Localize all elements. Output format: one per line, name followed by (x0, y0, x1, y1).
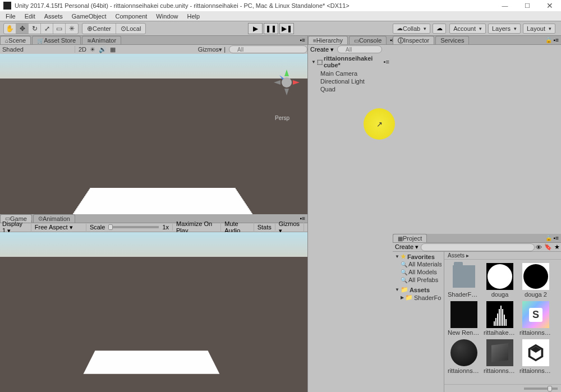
inspector-tab-menu-icon[interactable]: 🔒 ▪≡ (543, 37, 561, 43)
pivot-local-button[interactable]: ⊙ Local (116, 24, 145, 34)
rect-tool-icon[interactable]: ▭ (53, 24, 66, 34)
svg-marker-4 (284, 89, 289, 95)
fx-toggle-icon[interactable]: ▦ (110, 46, 116, 53)
asset-new-render[interactable]: New Render... (448, 301, 480, 336)
hierarchy-item-main-camera[interactable]: Main Camera (320, 70, 389, 77)
audio-toggle-icon[interactable]: 🔊 (99, 46, 107, 53)
layout-dropdown[interactable]: Layout (523, 24, 555, 34)
lighting-toggle-icon[interactable]: ☀ (90, 46, 95, 53)
svg-marker-1 (284, 70, 289, 76)
layers-dropdown[interactable]: Layers (488, 24, 521, 34)
scene-view[interactable]: Persp (0, 54, 307, 214)
scene-tabs: ⌂ Scene 🛒 Asset Store ≋ Animator ▪≡ (0, 36, 307, 45)
tab-asset-store[interactable]: 🛒 Asset Store (32, 36, 81, 44)
menu-gameobject[interactable]: GameObject (67, 13, 111, 20)
asset-douga2[interactable]: douga 2 (519, 263, 552, 298)
asset-unity-scene[interactable]: rittaionnsei... (519, 339, 552, 374)
tab-scene[interactable]: ⌂ Scene (0, 36, 31, 44)
hierarchy-item-directional-light[interactable]: Directional Light (320, 77, 389, 85)
asset-shaderforge-folder[interactable]: ShaderForge (448, 263, 480, 298)
favorite-all-models[interactable]: 🔍All Models (401, 268, 442, 276)
favorites-header[interactable]: ▼★Favorites (395, 253, 442, 260)
titlebar-text: Unity 2017.4.15f1 Personal (64bit) - rit… (15, 2, 494, 9)
scene-row-menu-icon[interactable]: ▪≡ (384, 58, 389, 65)
playback-controls: ▶ ❚❚ ▶❚ (247, 23, 295, 34)
tab-project[interactable]: ▦ Project (393, 234, 427, 242)
stats-toggle[interactable]: Stats (257, 224, 275, 230)
tree-shaderforge[interactable]: ▶📁ShaderForge (401, 293, 442, 302)
hierarchy-search-input[interactable] (337, 45, 382, 53)
hierarchy-item-quad[interactable]: Quad (320, 85, 389, 93)
asset-douga[interactable]: douga (484, 263, 516, 298)
project-tab-menu-icon[interactable]: 🔒 ▪≡ (543, 235, 561, 241)
minimize-button[interactable]: — (494, 0, 516, 11)
orientation-gizmo-icon[interactable]: Persp (273, 68, 301, 96)
scale-slider[interactable]: Scale 1x (90, 224, 173, 230)
project-body: ▼★Favorites 🔍All Materials 🔍All Models 🔍… (393, 252, 561, 392)
project-breadcrumb[interactable]: Assets ▸ (444, 252, 561, 260)
tab-hierarchy[interactable]: ≡ Hierarchy (308, 36, 348, 44)
tab-inspector[interactable]: ⓘ Inspector (393, 36, 434, 44)
asset-histogram[interactable]: rittaihakei ... (484, 301, 516, 336)
search-save-icon[interactable]: ★ (553, 243, 561, 251)
gizmos-dropdown[interactable]: Gizmos ▾ | (198, 46, 226, 53)
collab-dropdown[interactable]: ☁ Collab (393, 24, 430, 34)
asset-cube-prefab[interactable]: rittaionnsei... (484, 339, 516, 374)
tab-console[interactable]: ▭ Console (349, 36, 387, 44)
game-view[interactable] (0, 232, 307, 393)
rotate-tool-icon[interactable]: ↻ (29, 24, 41, 34)
search-filter-icon[interactable]: 👁 (535, 244, 543, 251)
close-button[interactable]: ✕ (539, 0, 561, 11)
pause-button[interactable]: ❚❚ (264, 23, 278, 34)
asset-grid: ShaderForge douga douga 2 New Render... … (444, 260, 561, 384)
favorite-all-materials[interactable]: 🔍All Materials (401, 260, 442, 268)
asset-sphere-mat[interactable]: rittaionnsei... (448, 339, 480, 374)
hierarchy-sub-toolbar: Create ▾ (308, 45, 393, 54)
step-button[interactable]: ▶❚ (279, 23, 294, 34)
play-button[interactable]: ▶ (248, 23, 263, 34)
account-dropdown[interactable]: Account (449, 24, 486, 34)
tab-animation[interactable]: ⊙ Animation (33, 214, 75, 223)
project-tabs: ▦ Project 🔒 ▪≡ (393, 234, 561, 243)
hierarchy-create-dropdown[interactable]: Create ▾ (310, 46, 334, 53)
cloud-icon[interactable]: ☁ (433, 24, 446, 34)
scene-tab-menu-icon[interactable]: ▪≡ (298, 37, 307, 43)
scene-toolbar: Shaded 2D ☀ 🔊 ▦ Gizmos ▾ | (0, 45, 307, 54)
pivot-center-button[interactable]: ⊕ Center (82, 24, 116, 34)
tab-animator[interactable]: ≋ Animator (82, 36, 121, 44)
project-create-dropdown[interactable]: Create ▾ (395, 243, 419, 251)
project-sub-toolbar: Create ▾ 👁 🔖 ★ (393, 243, 561, 252)
menu-assets[interactable]: Assets (40, 13, 67, 20)
scale-tool-icon[interactable]: ⤢ (41, 24, 53, 34)
project-footer-slider[interactable] (444, 384, 561, 392)
menu-file[interactable]: File (1, 13, 20, 20)
scene-search-input[interactable] (229, 45, 307, 53)
titlebar: Unity 2017.4.15f1 Personal (64bit) - rit… (0, 0, 561, 11)
scene-quad-object[interactable] (70, 188, 255, 214)
search-type-icon[interactable]: 🔖 (543, 243, 553, 251)
toggle-2d-button[interactable]: 2D (79, 46, 86, 53)
svg-marker-5 (279, 75, 284, 80)
unity-logo-icon (3, 2, 11, 10)
tab-services[interactable]: Services (435, 36, 469, 44)
hierarchy-scene-row[interactable]: ▼⬚rittaionnseihakei cube*▪≡ (311, 55, 389, 68)
menu-help[interactable]: Help (182, 13, 204, 20)
favorite-all-prefabs[interactable]: 🔍All Prefabs (401, 276, 442, 284)
perspective-label: Persp (275, 115, 289, 121)
asset-shader[interactable]: Srittaionnsei... (519, 301, 552, 336)
maximize-button[interactable]: ☐ (516, 0, 539, 11)
hand-tool-icon[interactable]: ✋ (4, 24, 16, 34)
pivot-handle-group: ⊕ Center ⊙ Local (82, 23, 146, 34)
menu-component[interactable]: Component (111, 13, 151, 20)
transform-tool-icon[interactable]: ✳ (66, 24, 78, 34)
menu-window[interactable]: Window (151, 13, 182, 20)
project-tree: ▼★Favorites 🔍All Materials 🔍All Models 🔍… (393, 252, 444, 392)
game-toolbar: Display 1 ▾ Free Aspect ▾ Scale 1x Maxim… (0, 223, 307, 232)
project-search-input[interactable] (421, 243, 535, 251)
shading-mode-dropdown[interactable]: Shaded (2, 46, 75, 53)
move-tool-icon[interactable]: ✥ (16, 24, 29, 34)
aspect-dropdown[interactable]: Free Aspect ▾ (35, 224, 86, 231)
inspector-tabs: ⓘ Inspector Services 🔒 ▪≡ (393, 36, 561, 45)
assets-header[interactable]: ▼📁Assets (395, 286, 442, 293)
menu-edit[interactable]: Edit (20, 13, 40, 20)
